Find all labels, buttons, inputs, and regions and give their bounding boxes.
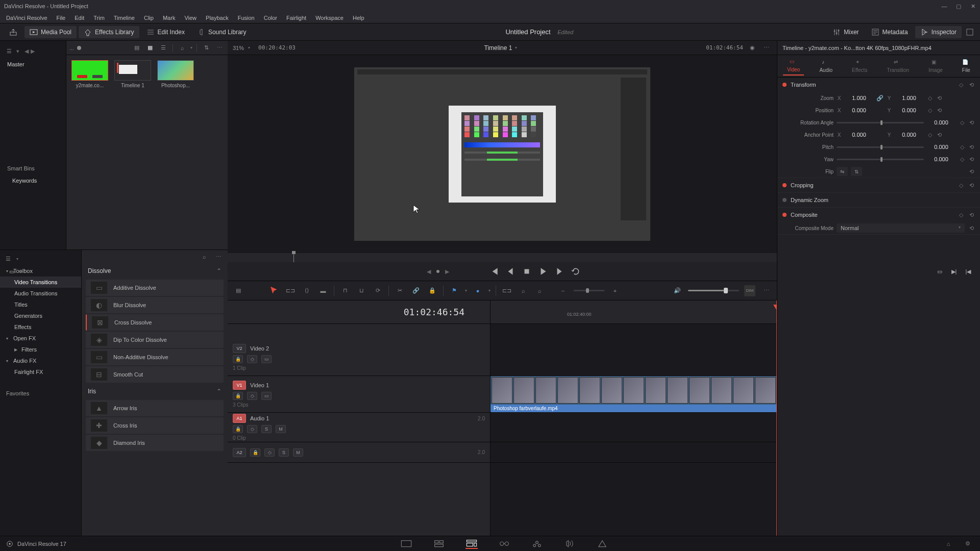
effects-view-button[interactable]: ☰ — [3, 254, 13, 264]
keyframe-icon[interactable]: ◇ — [958, 182, 965, 189]
sort-icon[interactable]: ⇅ — [201, 43, 211, 53]
close-button[interactable]: ✕ — [970, 3, 976, 9]
cat-filters[interactable]: ▶Filters — [0, 344, 81, 355]
zoom-y-field[interactable]: 1.000 — [895, 95, 923, 101]
export-button[interactable] — [4, 26, 22, 38]
track-lane-a1[interactable] — [491, 413, 777, 442]
sound-library-button[interactable]: Sound Library — [192, 26, 252, 38]
menu-help[interactable]: Help — [349, 14, 369, 22]
strip-view-icon[interactable]: ☰ — [158, 43, 168, 53]
effect-smooth-cut[interactable]: ⊟Smooth Cut — [86, 366, 224, 383]
reset-icon[interactable]: ⟲ — [936, 94, 943, 102]
cat-fairlightfx[interactable]: Fairlight FX — [0, 366, 81, 378]
edit-index-button[interactable]: Edit Index — [141, 26, 190, 38]
page-fusion[interactable] — [498, 539, 510, 549]
group-dissolve[interactable]: Dissolve⌃ — [82, 263, 228, 279]
track-auto-icon[interactable]: ◇ — [264, 448, 275, 457]
flip-v-button[interactable]: ⇅ — [851, 167, 862, 176]
effect-blur-dissolve[interactable]: ◐Blur Dissolve — [86, 297, 224, 313]
viewer-zoom[interactable]: 31% — [233, 45, 244, 51]
track-auto-icon[interactable]: ◇ — [247, 425, 257, 433]
rotation-field[interactable]: 0.000 — [927, 119, 955, 126]
page-media[interactable] — [400, 539, 412, 549]
marker-tool[interactable]: ● — [472, 285, 483, 296]
effects-search-icon[interactable]: ⌕ — [199, 252, 209, 262]
section-composite[interactable]: Composite ◇⟲ — [777, 208, 980, 222]
prev-frame-icon[interactable] — [506, 267, 515, 276]
section-dynamic-zoom[interactable]: Dynamic Zoom — [777, 193, 980, 207]
stop-icon[interactable] — [522, 267, 531, 276]
effect-arrow-iris[interactable]: ▲Arrow Iris — [86, 400, 224, 416]
keyframe-icon[interactable]: ◇ — [959, 119, 966, 126]
pitch-slider[interactable] — [837, 146, 924, 148]
effect-diamond-iris[interactable]: ◆Diamond Iris — [86, 435, 224, 451]
page-cut[interactable] — [433, 539, 445, 549]
zoom-in-icon[interactable]: + — [609, 285, 621, 296]
keywords-bin[interactable]: Keywords — [0, 174, 66, 187]
playhead[interactable] — [776, 300, 777, 536]
menu-clip[interactable]: Clip — [140, 14, 158, 22]
search-icon[interactable]: ⌕ — [177, 43, 187, 53]
media-clip-timeline1[interactable]: Timeline 1 — [114, 60, 151, 88]
cat-video-transitions[interactable]: Video Transitions — [0, 277, 81, 288]
effect-cross-iris[interactable]: ✚Cross Iris — [86, 417, 224, 434]
transform-overlay-icon[interactable]: ▭ — [7, 267, 16, 276]
section-transform[interactable]: Transform ◇⟲ — [777, 78, 980, 92]
dim-button[interactable]: DIM — [744, 285, 755, 296]
trim-tool[interactable]: ⊏⊐ — [285, 285, 296, 296]
track-solo-button[interactable]: S — [261, 425, 272, 433]
page-deliver[interactable] — [596, 539, 608, 549]
next-edit-icon[interactable]: ▶ — [443, 267, 452, 276]
viewer[interactable] — [228, 55, 777, 253]
viewer-options-icon[interactable]: ⋯ — [762, 43, 772, 53]
effect-non-additive[interactable]: ▭Non-Additive Dissolve — [86, 349, 224, 365]
metadata-button[interactable]: Metadata — [866, 26, 913, 38]
cat-effects[interactable]: Effects — [0, 321, 81, 333]
options-icon[interactable]: ⋯ — [214, 43, 225, 53]
reset-icon[interactable]: ⟲ — [968, 211, 975, 218]
media-pool-button[interactable]: Media Pool — [24, 26, 77, 38]
next-frame-icon[interactable] — [555, 267, 564, 276]
reset-icon[interactable]: ⟲ — [936, 131, 943, 138]
keyframe-icon[interactable]: ◇ — [958, 81, 965, 88]
reset-icon[interactable]: ⟲ — [936, 107, 943, 114]
position-y-field[interactable]: 0.000 — [895, 107, 923, 113]
clip-photoshop-video[interactable]: Photoshop farbverlaufe.mp4 — [491, 376, 777, 412]
track-auto-icon[interactable]: ◇ — [247, 392, 257, 400]
reset-icon[interactable]: ⟲ — [968, 224, 975, 232]
cat-generators[interactable]: Generators — [0, 310, 81, 321]
viewer-timeline-name[interactable]: Timeline 1 — [484, 44, 512, 52]
inspector-tab-effects[interactable]: ✦Effects — [848, 57, 871, 75]
track-lock-icon[interactable]: 🔒 — [233, 355, 243, 363]
jump-start-icon[interactable] — [489, 267, 499, 276]
position-x-field[interactable]: 0.000 — [845, 107, 873, 113]
anchor-x-field[interactable]: 0.000 — [845, 132, 873, 138]
menu-fairlight[interactable]: Fairlight — [282, 14, 310, 22]
keyframe-icon[interactable]: ◇ — [959, 156, 966, 163]
project-settings-button[interactable]: ⚙ — [962, 539, 974, 549]
inspector-tab-transition[interactable]: ⇄Transition — [883, 57, 913, 75]
list-view-icon[interactable]: ▤ — [132, 43, 142, 53]
yaw-field[interactable]: 0.000 — [927, 156, 955, 162]
track-lane-v2[interactable]: 🔗y2mate.com - Kostenloser Greenscreen Ab… — [491, 339, 777, 376]
timeline-ruler[interactable]: 01:02:40:00 01:02:48:00 01:02:56:00 — [491, 300, 777, 324]
insert-clip-tool[interactable]: ⊓ — [339, 285, 351, 296]
track-lane-v1[interactable]: Photoshop farbverlaufe.mp4 — [491, 376, 777, 413]
track-solo-button[interactable]: S — [279, 448, 289, 457]
loop-icon[interactable] — [571, 267, 580, 276]
menu-color[interactable]: Color — [260, 14, 281, 22]
reset-icon[interactable]: ⟲ — [968, 119, 975, 126]
bin-view-button[interactable]: ☰ — [4, 46, 14, 56]
section-cropping[interactable]: Cropping ◇⟲ — [777, 178, 980, 192]
link-icon[interactable]: 🔗 — [876, 95, 884, 102]
zoom-detail-icon[interactable]: ⌕ — [534, 285, 545, 296]
track-disable-icon[interactable]: ▭ — [261, 392, 272, 400]
thumb-view-icon[interactable]: ▦ — [145, 43, 155, 53]
menu-workspace[interactable]: Workspace — [311, 14, 348, 22]
inspector-tab-image[interactable]: ▣Image — [924, 57, 947, 75]
keyframe-icon[interactable]: ◇ — [926, 107, 934, 114]
jump-begin-icon[interactable]: |◀ — [964, 267, 973, 276]
link-tool[interactable]: 🔗 — [410, 285, 422, 296]
timeline-options-icon[interactable]: ⋯ — [761, 285, 772, 296]
jump-end-icon[interactable]: ▶| — [949, 267, 959, 276]
